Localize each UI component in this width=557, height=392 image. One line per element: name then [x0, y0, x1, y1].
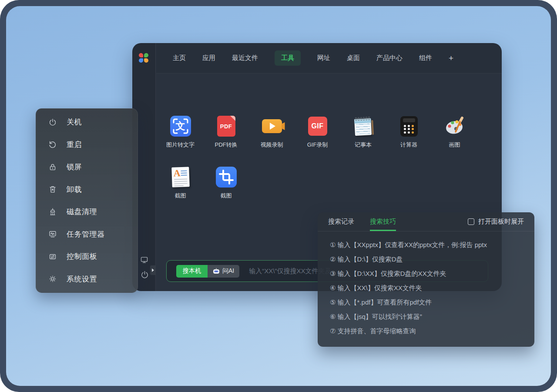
- menu-item-lock-screen[interactable]: 锁屏: [36, 156, 138, 178]
- notepad-icon: [353, 116, 373, 137]
- control-panel-icon: [48, 252, 57, 261]
- scan-char: 文: [176, 120, 185, 133]
- tool-label: 画图: [449, 141, 460, 149]
- expand-on-open-option[interactable]: 打开面板时展开: [468, 212, 524, 231]
- tool-screenshot-crop[interactable]: 截图: [203, 159, 249, 210]
- tip-line: ① 输入【XXpptx】仅查看XX的pptx文件，例:报告 pptx: [330, 238, 522, 252]
- ask-ai-button[interactable]: 问AI: [208, 265, 239, 278]
- restart-icon: [48, 140, 57, 149]
- gear-icon: [48, 274, 57, 284]
- play-triangle: [270, 123, 275, 130]
- logo-petal-blue: [139, 58, 143, 63]
- logo-petal-orange: [144, 58, 148, 63]
- search-tips-panel: 搜索记录 搜索技巧 打开面板时展开 ① 输入【XXpptx】仅查看XX的pptx…: [318, 212, 534, 347]
- tip-line: ⑥ 输入【jsq】可以找到“计算器”: [330, 309, 522, 324]
- robot-icon: [213, 268, 220, 274]
- paint-icon: [444, 115, 466, 137]
- tips-panel-header: 搜索记录 搜索技巧 打开面板时展开: [318, 212, 534, 231]
- menu-item-restart[interactable]: 重启: [36, 134, 138, 156]
- menu-item-disk-cleanup[interactable]: 磁盘清理: [36, 201, 138, 223]
- monitor-icon[interactable]: [140, 255, 149, 265]
- power-context-menu: 关机 重启 锁屏 卸载 磁盘清理: [36, 108, 138, 293]
- menu-item-shutdown[interactable]: 关机: [36, 111, 138, 134]
- menu-item-task-manager[interactable]: 任务管理器: [36, 223, 138, 246]
- power-icon: [48, 117, 57, 127]
- ask-ai-label: 问AI: [222, 267, 234, 275]
- tool-label: 视频录制: [261, 141, 283, 149]
- menu-item-label: 系统设置: [67, 274, 97, 284]
- tab-home[interactable]: 主页: [173, 54, 186, 62]
- lock-icon: [48, 162, 57, 172]
- tab-recent-files[interactable]: 最近文件: [232, 54, 258, 62]
- tip-line: ② 输入【D:\】仅搜索D盘: [330, 252, 522, 266]
- checkbox-icon[interactable]: [468, 218, 474, 225]
- menu-item-label: 关机: [67, 117, 82, 127]
- tip-line: ⑦ 支持拼音、首字母缩略查询: [330, 324, 522, 338]
- search-local-button[interactable]: 搜本机: [176, 265, 208, 278]
- tip-line: ⑤ 输入【*.pdf】可查看所有pdf文件: [330, 295, 522, 309]
- tab-product-center[interactable]: 产品中心: [376, 54, 403, 62]
- tool-calculator[interactable]: 计算器: [386, 108, 432, 159]
- tool-video-record[interactable]: 视频录制: [249, 108, 295, 159]
- page-fold: [230, 116, 235, 121]
- tool-notepad[interactable]: 记事本: [340, 108, 386, 159]
- pdf-convert-icon: PDF: [217, 116, 235, 137]
- tools-grid: 文 图片转文字 PDF PDF转换 视频录制 G: [158, 108, 497, 210]
- logo-petal-red: [139, 53, 143, 57]
- tab-urls[interactable]: 网址: [317, 54, 330, 62]
- tool-paint[interactable]: 画图: [432, 108, 477, 159]
- tool-pdf-convert[interactable]: PDF PDF转换: [203, 108, 249, 159]
- menu-item-label: 任务管理器: [67, 229, 105, 239]
- tool-label: 图片转文字: [166, 141, 195, 149]
- tips-list: ① 输入【XXpptx】仅查看XX的pptx文件，例:报告 pptx ② 输入【…: [318, 231, 534, 338]
- search-mode-toggle: 搜本机 问AI: [176, 265, 239, 278]
- menu-item-system-settings[interactable]: 系统设置: [36, 268, 138, 291]
- tab-bar: 主页 应用 最近文件 工具 网址 桌面 产品中心 组件 +: [156, 43, 502, 74]
- tab-search-history[interactable]: 搜索记录: [328, 212, 354, 231]
- gif-record-icon: GIF: [308, 117, 327, 136]
- tab-apps[interactable]: 应用: [202, 54, 215, 62]
- screen: 主页 应用 最近文件 工具 网址 桌面 产品中心 组件 + 文 图片转文字: [0, 0, 557, 392]
- menu-item-label: 卸载: [67, 184, 82, 194]
- letter-a: A: [173, 168, 181, 179]
- wordpad-doc-icon: A: [171, 167, 190, 187]
- add-tab-button[interactable]: +: [449, 54, 453, 63]
- pdf-text: PDF: [220, 123, 232, 130]
- tool-screenshot-doc[interactable]: A 截图: [158, 159, 203, 210]
- menu-item-uninstall[interactable]: 卸载: [36, 178, 138, 201]
- tool-gif-record[interactable]: GIF GIF录制: [295, 108, 340, 159]
- menu-item-label: 重启: [67, 140, 82, 150]
- logo-petal-green: [144, 53, 148, 57]
- camera-lens: [282, 122, 285, 130]
- uninstall-trash-icon: [48, 184, 57, 194]
- tip-line: ③ 输入【D:\XX】仅搜索D盘的XX文件夹: [330, 266, 522, 281]
- tip-line: ④ 输入【XX\】仅搜索XX文件夹: [330, 281, 522, 295]
- app-logo-icon[interactable]: [139, 53, 148, 63]
- tool-label: 截图: [175, 192, 186, 200]
- tool-image-to-text[interactable]: 文 图片转文字: [158, 108, 203, 159]
- chevron-right-icon: [152, 268, 154, 272]
- menu-item-label: 控制面板: [67, 251, 97, 261]
- tab-desktop[interactable]: 桌面: [347, 54, 360, 62]
- menu-item-label: 锁屏: [67, 162, 82, 172]
- tab-tools[interactable]: 工具: [275, 50, 301, 66]
- sidebar-expand-arrow[interactable]: [150, 265, 156, 275]
- calculator-icon: [400, 116, 418, 137]
- image-to-text-icon: 文: [170, 116, 191, 137]
- tool-label: GIF录制: [307, 141, 328, 149]
- checkbox-label: 打开面板时展开: [478, 218, 524, 226]
- menu-item-label: 磁盘清理: [67, 207, 97, 217]
- task-manager-icon: [48, 229, 57, 239]
- gif-text: GIF: [311, 122, 323, 130]
- tool-label: 记事本: [355, 141, 372, 149]
- tab-widgets[interactable]: 组件: [419, 54, 432, 62]
- menu-item-control-panel[interactable]: 控制面板: [36, 245, 138, 268]
- crop-icon: [216, 167, 237, 188]
- tab-search-tips[interactable]: 搜索技巧: [370, 212, 396, 231]
- power-icon[interactable]: [140, 270, 150, 280]
- broom-icon: [48, 207, 57, 217]
- video-record-icon: [262, 119, 282, 133]
- tool-label: 计算器: [400, 141, 417, 149]
- tool-label: 截图: [221, 192, 232, 200]
- tool-label: PDF转换: [215, 141, 238, 149]
